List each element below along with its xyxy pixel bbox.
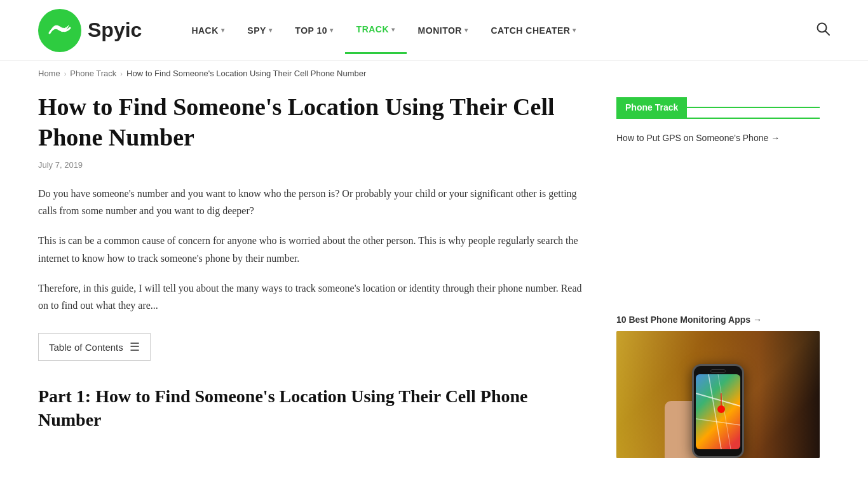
sidebar-title-bar: Phone Track — [616, 97, 820, 119]
nav-spy[interactable]: SPY ▾ — [236, 8, 283, 53]
logo-icon — [38, 9, 81, 52]
track-chevron-icon: ▾ — [391, 26, 395, 33]
breadcrumb-current: How to Find Someone's Location Using The… — [126, 69, 366, 78]
breadcrumb-home[interactable]: Home — [38, 69, 60, 78]
spy-chevron-icon: ▾ — [269, 27, 273, 34]
breadcrumb: Home › Phone Track › How to Find Someone… — [0, 61, 868, 86]
article-body: Do you have someone's number and you wan… — [38, 185, 585, 314]
breadcrumb-sep-1: › — [64, 70, 67, 78]
svg-line-1 — [825, 31, 830, 36]
toc-list-icon: ☰ — [130, 340, 140, 354]
nav-monitor[interactable]: MONITOR ▾ — [407, 8, 480, 53]
nav-top10[interactable]: TOP 10 ▾ — [283, 8, 344, 53]
svg-line-4 — [696, 419, 740, 425]
article-title: How to Find Someone's Location Using The… — [38, 92, 585, 152]
main-content: How to Find Someone's Location Using The… — [38, 92, 585, 458]
nav-catch-cheater[interactable]: CATCH CHEATER ▾ — [479, 8, 587, 53]
page-body: How to Find Someone's Location Using The… — [0, 86, 868, 464]
breadcrumb-sep-2: › — [120, 70, 123, 78]
logo-link[interactable]: Spyic — [38, 9, 142, 52]
sidebar-section-title: Phone Track — [616, 97, 687, 118]
breadcrumb-phone-track[interactable]: Phone Track — [70, 69, 116, 78]
catch-cheater-chevron-icon: ▾ — [573, 27, 576, 34]
sidebar-image — [616, 331, 820, 458]
article-date: July 7, 2019 — [38, 160, 585, 170]
svg-point-6 — [717, 405, 725, 413]
toc-label: Table of Contents — [49, 342, 123, 353]
svg-line-2 — [696, 393, 740, 406]
logo-text: Spyic — [88, 18, 142, 42]
top10-chevron-icon: ▾ — [330, 27, 334, 34]
sidebar-link-gps[interactable]: How to Put GPS on Someone's Phone → — [616, 129, 820, 147]
header: Spyic HACK ▾ SPY ▾ TOP 10 ▾ TRACK ▾ MONI… — [0, 0, 868, 61]
sidebar-link-monitoring[interactable]: 10 Best Phone Monitoring Apps → — [616, 315, 820, 325]
sidebar-ad-placeholder-1 — [616, 152, 820, 304]
table-of-contents-box[interactable]: Table of Contents ☰ — [38, 333, 151, 361]
sidebar-title-line — [687, 107, 820, 108]
part-1-heading: Part 1: How to Find Someone's Location U… — [38, 385, 585, 431]
nav-hack[interactable]: HACK ▾ — [180, 8, 236, 53]
hack-chevron-icon: ▾ — [221, 27, 225, 34]
nav-track[interactable]: TRACK ▾ — [345, 6, 407, 54]
search-button[interactable] — [816, 22, 830, 39]
sidebar: Phone Track How to Put GPS on Someone's … — [616, 92, 820, 458]
article-para-3: Therefore, in this guide, I will tell yo… — [38, 280, 585, 314]
article-para-1: Do you have someone's number and you wan… — [38, 185, 585, 219]
article-para-2: This is can be a common cause of concern… — [38, 232, 585, 266]
main-nav: HACK ▾ SPY ▾ TOP 10 ▾ TRACK ▾ MONITOR ▾ … — [180, 6, 816, 54]
monitor-chevron-icon: ▾ — [465, 27, 468, 34]
